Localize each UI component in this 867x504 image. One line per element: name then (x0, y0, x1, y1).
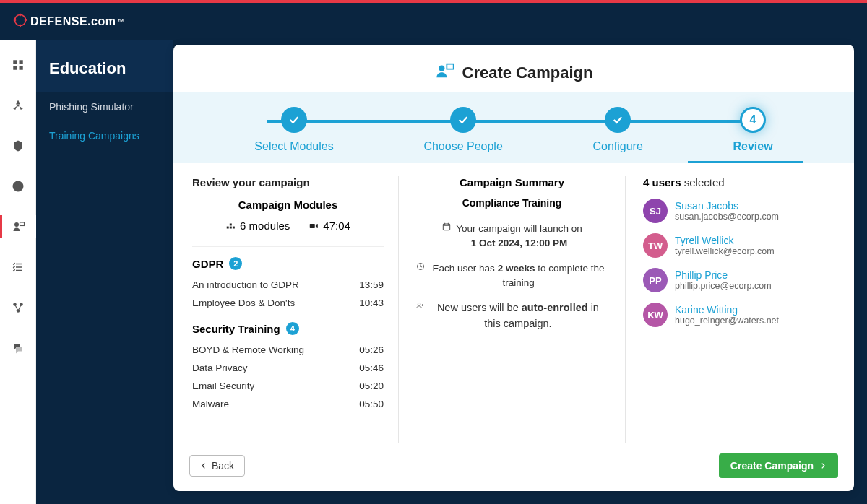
app-header: DEFENSE.com™ (0, 3, 867, 40)
icon-rail (0, 40, 36, 504)
chevron-right-icon (819, 462, 827, 469)
brand-name: DEFENSE.com (30, 15, 116, 28)
wizard-footer: Back Create Campaign (173, 443, 854, 491)
page-title: Create Campaign (462, 64, 593, 82)
user-row: TW Tyrell Wellick tyrell.wellick@ecorp.c… (643, 233, 835, 258)
sidebar: Education Phishing Simulator Training Ca… (36, 40, 173, 504)
svg-rect-25 (230, 226, 232, 228)
rail-dashboard-icon[interactable] (0, 53, 36, 77)
user-email: hugo_reinger@waters.net (675, 316, 779, 326)
rail-shield-icon[interactable] (0, 134, 36, 157)
module-row: Employee Dos & Don'ts10:43 (192, 294, 384, 312)
module-row: Data Privacy05:46 (192, 359, 384, 377)
svg-line-20 (14, 305, 18, 311)
sidebar-title: Education (36, 40, 173, 92)
sidebar-item-training[interactable]: Training Campaigns (36, 121, 173, 150)
svg-point-0 (15, 14, 26, 25)
svg-point-22 (439, 65, 444, 71)
review-modules-column: Review your campaign Campaign Modules 6 … (192, 176, 398, 443)
module-row: An introduction to GDPR13:59 (192, 276, 384, 294)
user-plus-icon (416, 300, 424, 310)
campaign-modules-heading: Campaign Modules (192, 199, 384, 211)
svg-rect-24 (227, 226, 229, 228)
module-row: Email Security05:20 (192, 377, 384, 395)
svg-rect-5 (13, 60, 17, 64)
rail-target-icon[interactable] (0, 175, 36, 198)
rail-chat-icon[interactable] (0, 336, 36, 360)
user-email: phillip.price@ecorp.com (675, 281, 772, 291)
svg-rect-13 (20, 222, 25, 226)
module-row: Malware05:50 (192, 395, 384, 413)
brand-target-icon (13, 13, 27, 31)
user-name[interactable]: Karine Witting (675, 304, 779, 316)
user-name[interactable]: Phillip Price (675, 269, 772, 281)
rail-checklist-icon[interactable] (0, 256, 36, 279)
svg-point-9 (17, 105, 19, 107)
user-email: tyrell.wellick@ecorp.com (675, 246, 775, 256)
sidebar-item-phishing[interactable]: Phishing Simulator (36, 92, 173, 121)
svg-rect-28 (310, 224, 315, 228)
calendar-icon (441, 222, 452, 232)
step-select-modules[interactable]: Select Modules (254, 107, 333, 153)
user-avatar: KW (643, 303, 668, 327)
brand-logo: DEFENSE.com™ (13, 13, 124, 31)
svg-marker-29 (316, 224, 318, 228)
stepper: Select Modules Choose People Configure 4… (173, 92, 854, 163)
page-header: Create Campaign (173, 45, 854, 92)
video-icon (309, 221, 319, 231)
review-heading: Review your campaign (192, 176, 384, 188)
module-count-badge: 4 (286, 322, 299, 335)
user-avatar: PP (643, 268, 668, 292)
rail-education-icon[interactable] (0, 215, 36, 238)
svg-point-12 (14, 222, 19, 227)
module-row: BOYD & Remote Working05:26 (192, 341, 384, 359)
user-row: PP Phillip Price phillip.price@ecorp.com (643, 268, 835, 292)
back-button[interactable]: Back (189, 455, 245, 477)
svg-rect-6 (19, 60, 22, 64)
user-email: susan.jacobs@ecorp.com (675, 212, 779, 222)
user-avatar: SJ (643, 199, 668, 223)
modules-icon (225, 221, 236, 231)
chevron-left-icon (200, 462, 207, 469)
create-campaign-button[interactable]: Create Campaign (719, 453, 838, 478)
user-name[interactable]: Susan Jacobs (675, 200, 779, 212)
svg-rect-30 (444, 224, 450, 230)
user-name[interactable]: Tyrell Wellick (675, 235, 775, 246)
module-group-heading: Security Training4 (192, 322, 384, 335)
module-group-heading: GDPR2 (192, 257, 384, 270)
step-choose-people[interactable]: Choose People (423, 107, 502, 153)
clock-icon (416, 261, 425, 271)
user-row: KW Karine Witting hugo_reinger@waters.ne… (643, 303, 835, 327)
svg-rect-27 (230, 223, 232, 225)
user-avatar: TW (643, 233, 668, 258)
module-count-badge: 2 (229, 257, 242, 270)
step-configure[interactable]: Configure (592, 107, 642, 153)
user-row: SJ Susan Jacobs susan.jacobs@ecorp.com (643, 199, 835, 223)
step-review[interactable]: 4 Review (733, 107, 772, 153)
svg-rect-8 (19, 66, 22, 70)
svg-rect-23 (447, 64, 453, 69)
selected-users-column: 4 users selected SJ Susan Jacobs susan.j… (626, 176, 835, 443)
rail-radiation-icon[interactable] (0, 94, 36, 117)
create-campaign-icon (435, 61, 455, 85)
svg-rect-26 (233, 226, 235, 228)
campaign-summary-column: Campaign Summary Compliance Training You… (398, 176, 626, 443)
svg-line-21 (18, 305, 22, 311)
summary-heading: Campaign Summary (416, 176, 608, 188)
svg-point-35 (418, 303, 420, 305)
rail-network-icon[interactable] (0, 296, 36, 319)
campaign-name: Compliance Training (416, 197, 608, 209)
svg-point-11 (16, 184, 20, 188)
svg-rect-7 (13, 66, 17, 70)
